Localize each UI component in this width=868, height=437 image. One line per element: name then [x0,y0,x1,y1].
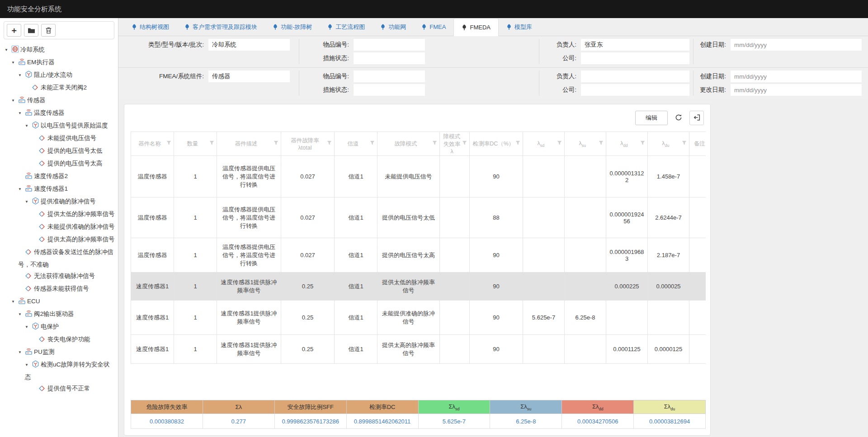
filter-icon[interactable] [515,141,520,147]
company-input[interactable] [581,52,689,64]
item-no-input[interactable] [354,70,425,82]
company-input[interactable] [581,84,689,96]
measure-input[interactable] [354,52,425,64]
expander-icon[interactable]: ▼ [25,196,32,207]
tree-node[interactable]: ▼传感器 [0,94,118,107]
expander-icon[interactable]: ▼ [18,70,25,81]
tree-node[interactable]: ▼阻止/使水流动 [0,69,118,82]
filter-icon[interactable] [682,141,687,147]
filter-icon[interactable] [370,141,375,147]
tab-label: 工艺流程图 [335,23,365,31]
tree-node[interactable]: 未能提供电压信号 [0,132,118,145]
expander-icon[interactable]: ▼ [18,347,25,358]
cell-lsu [565,238,606,273]
tab-label: 功能-故障树 [281,23,312,31]
fmea-component-input[interactable] [208,70,290,82]
table-row[interactable]: 温度传感器1温度传感器提供电压信号，将温度信号进行转换0.027信道1未能提供电… [131,156,706,197]
tree-node[interactable]: ▼检测uC故障并转为安全状态 [0,359,118,383]
owner-input[interactable] [581,70,689,82]
open-folder-button[interactable] [24,24,38,37]
tree-node[interactable]: 提供太高的脉冲频率信号 [0,234,118,246]
edit-button[interactable]: 编辑 [635,111,668,125]
cell-channel: 信道1 [335,156,377,197]
tree-node[interactable]: 丧失电保护功能 [0,334,118,346]
expander-icon[interactable]: ▼ [18,108,25,119]
tree-node[interactable]: ▼ECU [0,296,118,308]
tree-node[interactable]: 传感器未能获得信号 [0,283,118,296]
divider [539,70,539,96]
tree-node[interactable]: 提供的电压信号太高 [0,158,118,170]
tab-客户需求管理及跟踪模块[interactable]: 客户需求管理及跟踪模块 [177,18,265,36]
tree-node[interactable]: ▼阀2输出驱动器 [0,308,118,321]
tree-node[interactable]: ▼冷却系统 [0,44,118,56]
item-no-input[interactable] [354,39,425,51]
tree-node[interactable]: ▼温度传感器 [0,107,118,120]
tree-node[interactable]: 提供太低的脉冲频率信号 [0,208,118,221]
tree-node[interactable]: ▼EM执行器 [0,56,118,69]
tree-node[interactable]: 提供信号不正常 [0,383,118,395]
expander-icon[interactable]: ▼ [25,359,32,371]
tree-node[interactable]: ▼提供准确的脉冲信号 [0,196,118,208]
tree-node[interactable]: ▼速度传感器1 [0,183,118,196]
tree-node[interactable]: ▼PU监测 [0,346,118,359]
filter-icon[interactable] [640,141,645,147]
tab-FMEA[interactable]: FMEA [414,18,453,36]
expander-icon[interactable]: ▼ [25,321,32,333]
expander-icon[interactable]: ▼ [18,309,25,320]
tree-node[interactable]: 未能正常关闭阀2 [0,82,118,94]
tab-工艺流程图[interactable]: 工艺流程图 [320,18,373,36]
filter-icon[interactable] [557,141,562,147]
table-row[interactable]: 温度传感器1温度传感器提供电压信号，将温度信号进行转换0.027信道1提供的电压… [131,197,706,238]
type-input[interactable] [208,39,290,51]
filter-icon[interactable] [209,141,214,147]
expander-icon[interactable]: ▼ [11,296,18,307]
tab-功能-故障树[interactable]: 功能-故障树 [265,18,320,36]
export-button[interactable] [689,111,704,125]
measure-input[interactable] [354,84,425,96]
component-icon [25,348,34,359]
tree-node[interactable]: ▼以电压信号提供原始温度 [0,120,118,132]
refresh-button[interactable] [671,111,686,125]
table-row[interactable]: 速度传感器11速度传感器1提供脉冲频率信号0.25信道1提供太高的脉冲频率信号9… [131,335,706,364]
tree-tab-icon [132,23,137,30]
filter-icon[interactable] [462,141,467,147]
cell-note [689,197,706,238]
cell-mode: 提供太低的脉冲频率信号 [377,273,440,301]
tree-node-label: 未能提供准确的脉冲信号 [47,223,115,230]
table-row[interactable]: 速度传感器11速度传感器1提供脉冲频率信号0.25信道1提供太低的脉冲频率信号9… [131,273,706,301]
tab-FMEDA[interactable]: FMEDA [453,18,499,36]
tab-模型库[interactable]: 模型库 [499,18,540,36]
filter-icon[interactable] [274,141,278,147]
filter-icon[interactable] [166,141,171,147]
filter-icon[interactable] [599,141,604,147]
table-row[interactable]: 速度传感器11速度传感器1提供脉冲频率信号0.25信道1未能提供准确的脉冲信号9… [131,301,706,335]
summary-table: 危险故障失效率Σλ安全故障比例SFF检测率DCΣλsdΣλsuΣλddΣλdu0… [131,400,706,429]
filter-icon[interactable] [432,141,437,147]
summary-header: Σλsu [490,400,562,414]
tree-node[interactable]: 传感器设备发送过低的脉冲信号，不准确 [0,246,118,270]
add-button[interactable]: ＋ [7,24,21,37]
delete-button[interactable] [41,24,56,37]
cell-ldd: 0.00000192456 [606,197,648,238]
owner-input[interactable] [581,39,689,51]
tree-node[interactable]: 提供的电压信号太低 [0,145,118,158]
summary-header: Σλdu [634,400,706,414]
tree-node[interactable]: 未能提供准确的脉冲信号 [0,221,118,234]
expander-icon[interactable]: ▼ [11,57,18,68]
fmeda-card: 编辑 器件名称数量器件描述器件故障率λtotal信道故障模式障模式失效率λ检测率… [124,104,711,436]
tree-node[interactable]: 无法获得准确脉冲信号 [0,270,118,283]
expander-icon[interactable]: ▼ [11,95,18,106]
tree-node[interactable]: ▼电保护 [0,321,118,334]
modified-date-input[interactable] [731,84,862,96]
created-date-input[interactable] [731,39,862,51]
expander-icon[interactable]: ▼ [18,183,25,195]
tab-结构树视图[interactable]: 结构树视图 [124,18,177,36]
expander-icon[interactable]: ▼ [25,120,32,132]
failure-icon [38,134,47,145]
tab-功能网[interactable]: 功能网 [373,18,414,36]
table-row[interactable]: 温度传感器1温度传感器提供电压信号，将温度信号进行转换0.027信道1提供的电压… [131,238,706,273]
tree-node[interactable]: 速度传感器2 [0,170,118,183]
expander-icon[interactable]: ▼ [5,44,11,56]
created-date-input[interactable] [731,70,862,82]
filter-icon[interactable] [327,141,332,147]
